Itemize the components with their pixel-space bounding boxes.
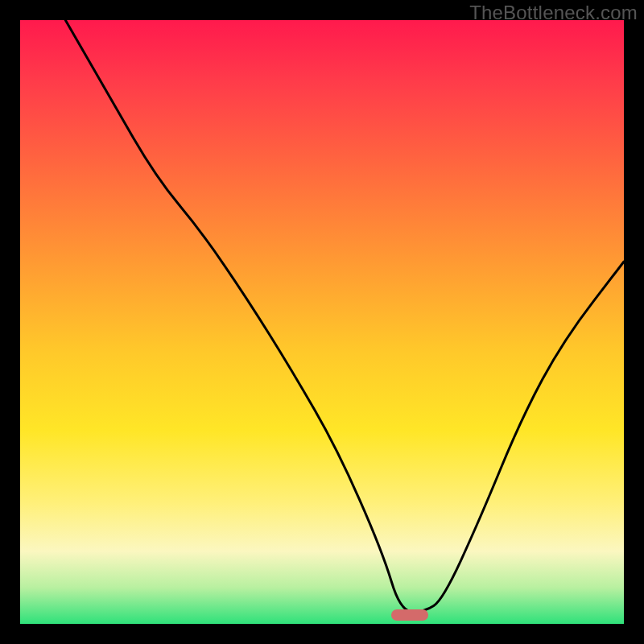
bottleneck-curve	[20, 20, 624, 624]
chart-frame: TheBottleneck.com	[0, 0, 644, 644]
optimum-marker	[391, 609, 428, 621]
